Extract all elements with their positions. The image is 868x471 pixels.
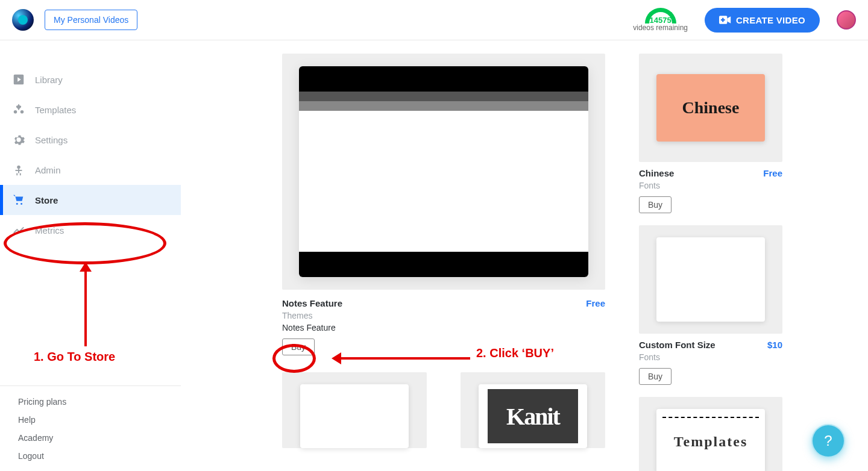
product-title: Custom Font Size — [639, 340, 715, 350]
svg-point-5 — [20, 110, 24, 114]
product-thumb — [300, 384, 409, 448]
sidebar-item-label: Store — [35, 195, 58, 205]
avatar[interactable] — [837, 10, 856, 30]
link-logout[interactable]: Logout — [18, 451, 163, 461]
product-card-templates[interactable]: Templates — [639, 397, 782, 471]
store-featured-column: Notes Feature Free Themes Notes Feature … — [282, 54, 605, 448]
help-fab[interactable]: ? — [811, 424, 845, 458]
product-price: $10 — [767, 340, 782, 350]
sidebar-item-label: Library — [35, 75, 63, 85]
person-icon — [12, 163, 25, 176]
product-price: Free — [763, 168, 782, 178]
create-video-label: CREATE VIDEO — [736, 15, 805, 25]
link-academy[interactable]: Academy — [18, 433, 163, 443]
product-card-notes-feature[interactable] — [282, 54, 605, 290]
svg-rect-8 — [16, 170, 22, 171]
library-icon — [12, 73, 25, 86]
buy-button[interactable]: Buy — [639, 196, 671, 213]
svg-point-12 — [20, 203, 22, 205]
product-meta: Notes Feature Free Themes Notes Feature … — [282, 298, 605, 355]
videos-remaining: 14575 videos remaining — [633, 8, 688, 32]
svg-rect-10 — [20, 173, 21, 176]
sidebar-item-label: Templates — [35, 105, 76, 115]
gear-icon — [12, 133, 25, 146]
sidebar-item-metrics[interactable]: Metrics — [0, 215, 181, 245]
header: My Personal Videos 14575 videos remainin… — [0, 0, 868, 40]
cart-icon — [12, 193, 25, 207]
product-thumb: Kanit — [479, 384, 587, 448]
sidebar-item-label: Settings — [35, 135, 68, 145]
nav: Library Templates Settings Admin Store M… — [0, 64, 181, 385]
product-card-bottom-1[interactable] — [282, 372, 427, 448]
svg-rect-9 — [16, 173, 17, 176]
annotation-arrow-buy — [332, 352, 470, 364]
remaining-gauge: 14575 — [643, 8, 679, 23]
bottom-links: Pricing plans Help Academy Logout — [0, 385, 181, 471]
buy-button[interactable]: Buy — [282, 338, 315, 355]
app-logo[interactable] — [12, 9, 34, 31]
sidebar-item-admin[interactable]: Admin — [0, 155, 181, 185]
product-title: Chinese — [639, 168, 674, 178]
product-card-custom-font-size[interactable] — [639, 225, 782, 334]
buy-button[interactable]: Buy — [639, 368, 671, 385]
svg-point-11 — [16, 203, 18, 205]
main-content: Notes Feature Free Themes Notes Feature … — [181, 40, 868, 471]
product-preview — [299, 66, 588, 277]
remaining-count: 14575 — [650, 16, 671, 25]
product-category: Fonts — [639, 181, 782, 190]
sidebar-item-settings[interactable]: Settings — [0, 125, 181, 155]
remaining-label: videos remaining — [633, 23, 688, 32]
link-help[interactable]: Help — [18, 415, 163, 425]
product-title: Notes Feature — [282, 298, 342, 308]
header-left: My Personal Videos — [12, 9, 137, 31]
link-pricing-plans[interactable]: Pricing plans — [18, 397, 163, 407]
sidebar-item-store[interactable]: Store — [0, 185, 181, 215]
sidebar-item-label: Admin — [35, 165, 61, 175]
bottom-row: Kanit — [282, 372, 605, 448]
thumb-text: Kanit — [488, 389, 578, 443]
annotation-text-buy: 2. Click ‘BUY’ — [476, 346, 554, 360]
thumb-text: Templates — [662, 417, 759, 465]
product-category: Themes — [282, 311, 605, 320]
svg-point-4 — [14, 110, 17, 114]
chart-icon — [12, 223, 25, 237]
product-thumb: Templates — [656, 409, 765, 471]
header-right: 14575 videos remaining CREATE VIDEO — [633, 8, 856, 33]
sidebar-item-library[interactable]: Library — [0, 64, 181, 95]
layout: 1. Go To Store Library Templates Setting… — [0, 40, 868, 471]
product-description: Notes Feature — [282, 323, 605, 332]
product-thumb: Chinese — [656, 74, 765, 142]
product-thumb — [656, 237, 765, 322]
product-card-bottom-2[interactable]: Kanit — [461, 372, 605, 448]
sidebar-item-templates[interactable]: Templates — [0, 95, 181, 125]
sidebar-item-label: Metrics — [35, 225, 64, 236]
product-price: Free — [586, 298, 605, 308]
my-personal-videos-button[interactable]: My Personal Videos — [45, 10, 137, 30]
product-category: Fonts — [639, 352, 782, 362]
sidebar: Library Templates Settings Admin Store M… — [0, 40, 181, 471]
store-side-column: Chinese Chinese Free Fonts Buy — [639, 54, 782, 471]
video-plus-icon — [719, 15, 731, 25]
svg-rect-2 — [721, 19, 725, 21]
product-card-chinese[interactable]: Chinese — [639, 54, 782, 162]
templates-icon — [12, 103, 25, 116]
svg-point-6 — [17, 166, 20, 169]
create-video-button[interactable]: CREATE VIDEO — [705, 8, 820, 33]
